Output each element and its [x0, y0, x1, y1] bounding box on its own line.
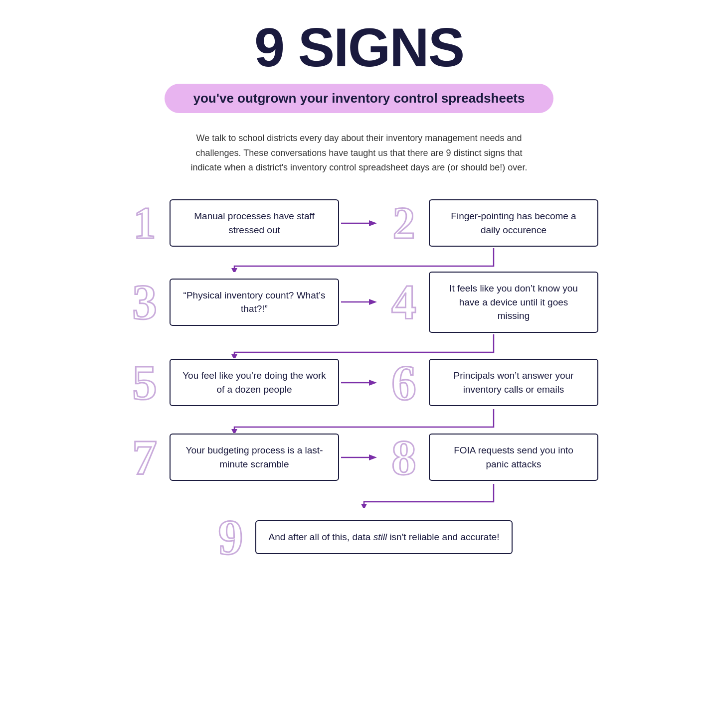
- level-7-8: 7 Your budgeting process is a last-minut…: [120, 433, 598, 482]
- arrow-1-to-2: [339, 216, 379, 230]
- svg-marker-10: [369, 454, 377, 460]
- sign-8-group: 8 FOIA requests send you into panic atta…: [379, 433, 598, 482]
- sign-6-group: 6 Principals won’t answer your inventory…: [379, 358, 598, 408]
- sign-num-9: 9: [205, 512, 255, 562]
- sign-num-4: 4: [379, 277, 429, 327]
- sign-box-2: Finger-pointing has become a daily occur…: [429, 199, 598, 247]
- svg-marker-8: [231, 429, 237, 433]
- svg-marker-4: [369, 299, 377, 305]
- sign-9-text: And after all of this, data still isn't …: [268, 532, 499, 542]
- level-5-6: 5 You feel like you’re doing the work of…: [120, 358, 598, 408]
- sign-2-group: 2 Finger-pointing has become a daily occ…: [379, 199, 598, 247]
- sign-num-1: 1: [120, 201, 170, 246]
- svg-marker-5: [231, 354, 237, 358]
- sign-num-3: 3: [120, 277, 170, 327]
- subtitle-pill: you've outgrown your inventory control s…: [165, 84, 553, 113]
- sign-box-1: Manual processes have staff stressed out: [170, 199, 339, 247]
- svg-marker-7: [369, 380, 377, 386]
- page-title: 9 SIGNS: [120, 20, 598, 75]
- sign-box-3: “Physical inventory count? What’s that?!…: [170, 279, 339, 326]
- level-1-2: 1 Manual processes have staff stressed o…: [120, 199, 598, 247]
- sign-box-8: FOIA requests send you into panic attack…: [429, 434, 598, 481]
- subtitle-text: you've outgrown your inventory control s…: [193, 91, 525, 106]
- connector-2: [120, 333, 598, 358]
- sign-9-group: 9 And after all of this, data still isn'…: [205, 512, 512, 562]
- sign-box-4: It feels like you don’t know you have a …: [429, 272, 598, 333]
- arrow-7-to-8: [339, 450, 379, 464]
- connector-1: [120, 247, 598, 272]
- sign-box-7: Your budgeting process is a last-minute …: [170, 434, 339, 481]
- page-container: 9 SIGNS you've outgrown your inventory c…: [90, 0, 628, 592]
- sign-4-group: 4 It feels like you don’t know you have …: [379, 272, 598, 333]
- arrow-5-to-6: [339, 376, 379, 390]
- sign-3-group: 3 “Physical inventory count? What’s that…: [120, 277, 339, 327]
- sign-num-8: 8: [379, 433, 429, 482]
- level-3-4: 3 “Physical inventory count? What’s that…: [120, 272, 598, 333]
- svg-marker-1: [369, 220, 377, 226]
- sign-5-group: 5 You feel like you’re doing the work of…: [120, 358, 339, 408]
- intro-text: We talk to school districts every day ab…: [184, 131, 534, 175]
- sign-num-6: 6: [379, 358, 429, 408]
- sign-num-2: 2: [379, 201, 429, 246]
- sign-box-6: Principals won’t answer your inventory c…: [429, 359, 598, 406]
- arrow-3-to-4: [339, 295, 379, 309]
- sign-num-5: 5: [120, 358, 170, 408]
- connector-3: [120, 408, 598, 433]
- sign-box-5: You feel like you’re doing the work of a…: [170, 359, 339, 406]
- sign-num-7: 7: [120, 433, 170, 482]
- sign-7-group: 7 Your budgeting process is a last-minut…: [120, 433, 339, 482]
- svg-marker-2: [231, 268, 237, 272]
- svg-marker-11: [361, 504, 367, 508]
- connector-4: [120, 482, 598, 507]
- sign-box-9: And after all of this, data still isn't …: [255, 520, 512, 554]
- signs-layout: 1 Manual processes have staff stressed o…: [120, 199, 598, 562]
- sign-1-group: 1 Manual processes have staff stressed o…: [120, 199, 339, 247]
